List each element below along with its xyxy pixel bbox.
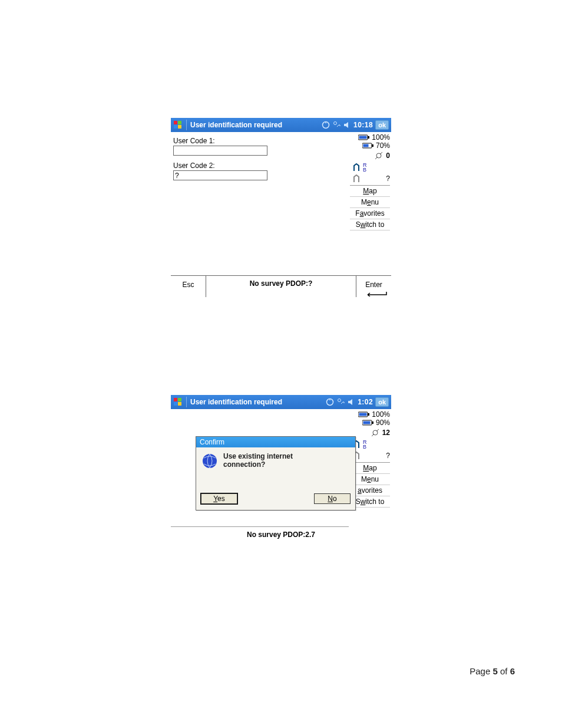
svg-rect-18 <box>178 402 181 406</box>
client-area: Confirm Use existing internet connection… <box>171 409 391 546</box>
sidebar-item-menu[interactable]: Menu <box>350 197 390 208</box>
svg-line-30 <box>376 429 379 431</box>
battery-controller-row: 70% <box>350 141 390 150</box>
receiver-icon <box>352 163 361 172</box>
titlebar-status-icons: 10:18 <box>322 121 373 129</box>
bottom-bar: Esc No survey PDOP:? Enter <box>171 275 391 297</box>
dialog-message-line1: Use existing internet <box>223 452 293 460</box>
dialog-button-row: Yes No <box>196 491 355 510</box>
svg-rect-15 <box>174 398 177 401</box>
clock-time: 1:02 <box>358 398 373 406</box>
battery-icon <box>358 411 370 417</box>
internet-globe-icon <box>201 452 219 470</box>
page-footer-current: 5 <box>492 666 497 676</box>
satellite-count: 12 <box>382 429 390 437</box>
sidebar-item-switch-to[interactable]: Switch to <box>350 496 390 508</box>
user-code-2-input[interactable] <box>173 170 267 180</box>
page-footer: Page 5 of 6 <box>470 666 515 676</box>
svg-rect-0 <box>174 121 177 124</box>
satellite-icon <box>374 151 384 160</box>
svg-rect-24 <box>359 413 367 416</box>
form-panel: Confirm Use existing internet connection… <box>171 409 349 527</box>
titlebar-divider <box>186 120 187 130</box>
user-code-2-label: User Code 2: <box>173 162 345 170</box>
connection-icon <box>332 121 340 129</box>
svg-line-14 <box>380 152 382 154</box>
page-footer-prefix: Page <box>470 666 492 676</box>
ok-button[interactable]: ok <box>375 397 389 407</box>
receiver-status-value: ? <box>386 174 390 183</box>
svg-rect-26 <box>372 421 373 424</box>
receiver-status-row: ? <box>350 174 390 183</box>
battery-main-row: 100% <box>350 410 390 419</box>
sidebar-menu: Map Menu Favorites Switch to <box>350 185 390 230</box>
enter-arrow-icon <box>364 292 388 297</box>
page-footer-sep: of <box>498 666 510 676</box>
battery-main-value: 100% <box>372 133 390 141</box>
svg-rect-1 <box>178 121 181 124</box>
confirm-dialog: Confirm Use existing internet connection… <box>196 436 356 510</box>
battery-icon <box>358 134 370 140</box>
battery-main-value: 100% <box>372 410 390 419</box>
device-frame: User identification required 1:02 ok <box>171 395 391 546</box>
page-footer-total: 6 <box>510 666 515 676</box>
svg-rect-27 <box>363 421 370 424</box>
svg-rect-17 <box>174 402 177 406</box>
sidebar-item-switch-to[interactable]: Switch to <box>350 219 390 230</box>
titlebar: User identification required 10:18 ok <box>171 118 391 132</box>
speaker-icon <box>347 398 355 406</box>
sync-icon <box>322 121 330 129</box>
svg-point-5 <box>333 122 336 125</box>
battery-icon <box>362 420 374 426</box>
survey-status: No survey PDOP:2.7 <box>171 527 391 546</box>
windows-flag-icon <box>173 120 183 130</box>
svg-rect-3 <box>178 125 181 129</box>
sidebar-item-favorites[interactable]: Favorites <box>350 208 390 219</box>
receiver-rb-row: RB <box>350 163 390 172</box>
sidebar-item-favorites[interactable]: avorites <box>350 485 390 496</box>
svg-point-20 <box>338 399 341 402</box>
pda-screenshot-1: User identification required 10:18 ok Us… <box>171 118 391 297</box>
svg-line-29 <box>372 434 374 436</box>
yes-button[interactable]: Yes <box>201 493 237 504</box>
connection-icon <box>336 398 345 406</box>
titlebar-status-icons: 1:02 <box>326 398 373 406</box>
sidebar-menu: Map Menu avorites Switch to <box>350 462 390 508</box>
pda-screenshot-2: User identification required 1:02 ok <box>171 395 391 572</box>
window-title: User identification required <box>190 121 319 129</box>
svg-rect-23 <box>368 413 369 416</box>
receiver-mode-rb: RB <box>363 440 367 449</box>
client-area: User Code 1: User Code 2: 100% 70% <box>171 132 391 275</box>
dialog-title: Confirm <box>196 437 355 447</box>
satellite-icon <box>371 428 380 437</box>
svg-rect-11 <box>363 144 368 147</box>
receiver-status-row: ? <box>350 452 390 460</box>
satellite-count: 0 <box>386 151 390 160</box>
svg-rect-10 <box>372 144 373 147</box>
titlebar: User identification required 1:02 ok <box>171 395 391 409</box>
receiver-rb-row: RB <box>350 440 390 449</box>
form-panel: User Code 1: User Code 2: <box>171 132 349 275</box>
sidebar-item-map[interactable]: Map <box>350 463 390 474</box>
window-title: User identification required <box>190 398 323 406</box>
receiver-mode-rb: RB <box>363 163 367 172</box>
speaker-icon <box>343 121 351 129</box>
titlebar-divider <box>186 397 187 407</box>
svg-rect-16 <box>178 398 181 401</box>
ok-button[interactable]: ok <box>375 120 389 130</box>
no-button[interactable]: No <box>314 493 351 504</box>
dialog-message: Use existing internet connection? <box>223 452 293 487</box>
dialog-message-line2: connection? <box>223 460 293 469</box>
sidebar-item-menu[interactable]: Menu <box>350 474 390 485</box>
battery-icon <box>362 143 374 149</box>
sync-icon <box>326 398 334 406</box>
user-code-1-input[interactable] <box>173 146 267 156</box>
satellite-row: 12 <box>350 428 390 437</box>
status-sidebar: 100% 70% 0 <box>349 132 391 275</box>
dialog-body: Use existing internet connection? <box>196 447 355 491</box>
sidebar-item-map[interactable]: Map <box>350 186 390 197</box>
svg-rect-7 <box>368 136 369 139</box>
user-code-1-label: User Code 1: <box>173 137 345 145</box>
receiver-status-value: ? <box>386 452 390 460</box>
esc-button[interactable]: Esc <box>171 276 206 297</box>
